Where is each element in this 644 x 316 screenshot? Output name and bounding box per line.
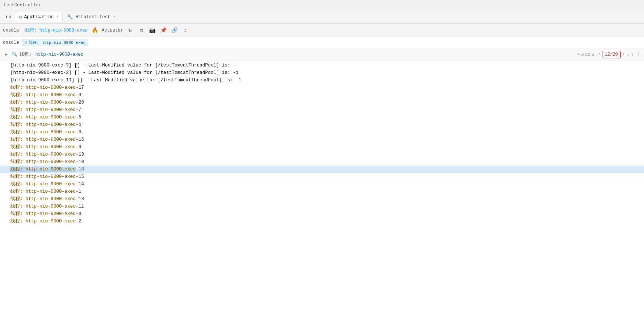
log-line: 线程: http-nio-9000-exec-17 [0, 84, 644, 91]
log-line-content: 线程: http-nio-9000-exec-16 [10, 136, 641, 143]
search-bar: ▶ 🔍 线程： http-nio-9000-exec ✕ ↺ Cc W .* 1… [0, 48, 644, 61]
expand-button[interactable]: ▶ [3, 51, 10, 58]
application-tab[interactable]: ⚙ Application × [15, 12, 63, 22]
navigate-up-button[interactable]: ↑ [622, 52, 625, 58]
actuator-label[interactable]: Actuator [102, 28, 123, 33]
application-tab-icon: ⚙ [19, 14, 22, 20]
pin-icon[interactable]: 📌 [160, 26, 168, 35]
httptest-tab-label: HttpTest.test [75, 14, 110, 20]
search-value-text: http-nio-9000-exec [35, 52, 83, 57]
thread-suffix: -18 [76, 167, 84, 172]
thread-name-highlighted: 线程: http-nio-9000-exec [10, 167, 76, 172]
filter-results-button[interactable]: ⊤ [631, 51, 634, 58]
thread-suffix: -15 [76, 174, 84, 179]
log-line-content: 线程: http-nio-9000-exec-3 [10, 128, 641, 136]
log-line-content: 线程: http-nio-9000-exec-6 [10, 121, 641, 128]
thread-suffix: -17 [76, 85, 84, 90]
log-line: 线程: http-nio-9000-exec-18 [0, 166, 644, 173]
thread-suffix: -19 [76, 152, 84, 157]
console-label[interactable]: onsole [3, 28, 19, 33]
filter-thread-tag[interactable]: ▽ 线程: http-nio-9000-exec [22, 39, 88, 46]
log-line: 线程: http-nio-9000-exec-7 [0, 106, 644, 114]
log-line: 线程: http-nio-9000-exec-1 [0, 188, 644, 195]
search-refresh-button[interactable]: ↺ [581, 52, 584, 57]
thread-suffix: -16 [76, 137, 84, 142]
search-close-button[interactable]: ✕ [577, 52, 579, 57]
search-controls: ✕ ↺ Cc W .* 12/20 ↑ ↓ ⊤ ⋮ [577, 51, 641, 58]
more-search-options-button[interactable]: ⋮ [636, 51, 641, 58]
reload-icon[interactable]: ↻ [126, 26, 134, 35]
log-line-content: 线程: http-nio-9000-exec-19 [10, 151, 641, 158]
thread-suffix: -3 [76, 130, 81, 135]
thread-name: 线程: http-nio-9000-exec [10, 122, 76, 127]
log-line-content: 线程: http-nio-9000-exec-10 [10, 158, 641, 166]
thread-name: 线程: http-nio-9000-exec [10, 92, 76, 98]
thread-suffix: -8 [76, 211, 81, 216]
more-options-icon[interactable]: : [182, 26, 190, 35]
log-line: 线程: http-nio-9000-exec-14 [0, 180, 644, 188]
thread-suffix: -5 [76, 115, 81, 120]
thread-suffix: -14 [76, 182, 84, 187]
log-line: 线程: http-nio-9000-exec-4 [0, 143, 644, 151]
word-match-button[interactable]: W [592, 52, 594, 57]
camera-icon[interactable]: 📷 [148, 26, 157, 35]
title-bar: testController [0, 0, 644, 10]
log-line: 线程: http-nio-9000-exec-15 [0, 173, 644, 180]
log-line: 线程: http-nio-9000-exec-10 [0, 158, 644, 166]
thread-suffix: -2 [76, 219, 81, 224]
toolbar: onsole 线程: http-nio-9000-exec 🔥 Actuator… [0, 24, 644, 37]
log-line: 线程: http-nio-9000-exec-11 [0, 203, 644, 210]
application-tab-label: Application [24, 14, 53, 20]
regex-button[interactable]: .* [596, 52, 601, 57]
tab-bar: un ⚙ Application × 🔧 HttpTest.test × [0, 10, 644, 24]
log-line-content: 线程: http-nio-9000-exec-11 [10, 203, 641, 210]
log-line: [http-nio-9000-exec-?] [] - Last-Modifie… [0, 62, 644, 69]
thread-suffix: -9 [76, 92, 81, 98]
thread-suffix: -6 [76, 122, 81, 127]
thread-filter-label[interactable]: 线程: http-nio-9000-exec [25, 27, 88, 33]
httptest-tab-close[interactable]: × [113, 15, 115, 19]
filter-tag-text: 线程: http-nio-9000-exec [29, 40, 86, 45]
log-line: 线程: http-nio-9000-exec-20 [0, 99, 644, 106]
thread-name: 线程: http-nio-9000-exec [10, 174, 76, 179]
thread-name: 线程: http-nio-9000-exec [10, 204, 76, 209]
thread-name: 线程: http-nio-9000-exec [10, 211, 76, 216]
thread-name: 线程: http-nio-9000-exec [10, 152, 76, 157]
log-line-content: 线程: http-nio-9000-exec-9 [10, 91, 641, 99]
filter-bar: onsole ▽ 线程: http-nio-9000-exec [0, 37, 644, 48]
thread-suffix: -13 [76, 196, 84, 202]
actuator-icon[interactable]: 🔥 [91, 26, 99, 35]
stop-icon[interactable]: ◻ [137, 26, 145, 35]
thread-suffix: -10 [76, 159, 84, 164]
match-count-badge: 12/20 [602, 51, 621, 58]
log-line-content: 线程: http-nio-9000-exec-7 [10, 106, 641, 114]
filter-icon: ▽ [24, 40, 27, 45]
thread-name: 线程: http-nio-9000-exec [10, 189, 76, 194]
log-line-content: 线程: http-nio-9000-exec-18 [10, 166, 641, 173]
log-line-content: [http-nio-9000-exec-2] [] - Last-Modifie… [10, 69, 641, 76]
title-bar-text: testController [4, 3, 41, 8]
log-line-content: 线程: http-nio-9000-exec-20 [10, 99, 641, 106]
log-line-content: 线程: http-nio-9000-exec-14 [10, 180, 641, 188]
thread-suffix: -20 [76, 100, 84, 105]
httptest-tab-icon: 🔧 [67, 14, 73, 20]
thread-name: 线程: http-nio-9000-exec [10, 144, 76, 150]
log-line: 线程: http-nio-9000-exec-8 [0, 210, 644, 218]
httptest-tab[interactable]: 🔧 HttpTest.test × [63, 12, 119, 22]
thread-name: 线程: http-nio-9000-exec [10, 196, 76, 202]
log-line: [http-nio-9000-exec-11] [] - Last-Modifi… [0, 76, 644, 84]
run-tab-label[interactable]: un [3, 14, 14, 20]
case-sensitive-button[interactable]: Cc [585, 52, 590, 57]
application-tab-close[interactable]: × [56, 15, 59, 19]
log-line-content: 线程: http-nio-9000-exec-17 [10, 84, 641, 91]
log-line-content: 线程: http-nio-9000-exec-5 [10, 114, 641, 121]
link-icon[interactable]: 🔗 [171, 26, 179, 35]
filter-console-label[interactable]: onsole [3, 40, 19, 45]
navigate-down-button[interactable]: ↓ [627, 52, 630, 58]
log-line-content: 线程: http-nio-9000-exec-4 [10, 143, 641, 151]
thread-suffix: -11 [76, 204, 84, 209]
thread-name: 线程: http-nio-9000-exec [10, 107, 76, 113]
thread-name: 线程: http-nio-9000-exec [10, 85, 76, 90]
log-line: 线程: http-nio-9000-exec-16 [0, 136, 644, 143]
log-line: 线程: http-nio-9000-exec-5 [0, 114, 644, 121]
